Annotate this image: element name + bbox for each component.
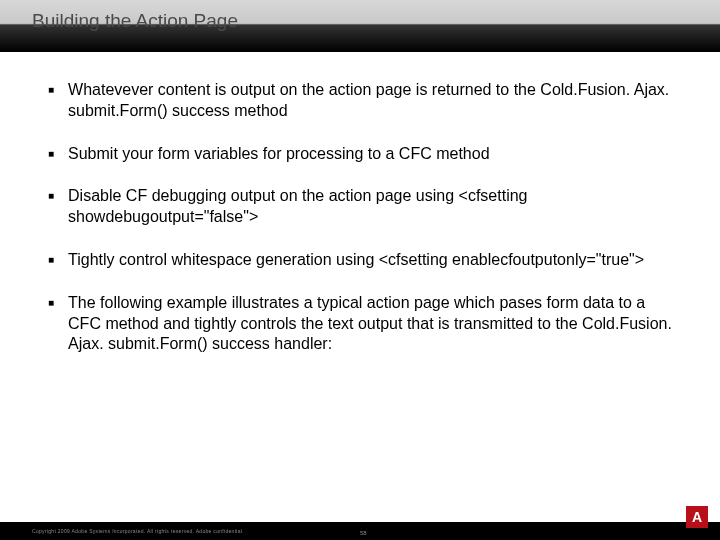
bullet-marker-icon: ■ <box>48 293 54 313</box>
bullet-text: Tightly control whitespace generation us… <box>68 250 644 271</box>
bullet-text: Whatevever content is output on the acti… <box>68 80 680 122</box>
bullet-marker-icon: ■ <box>48 144 54 164</box>
bullet-item: ■ Tightly control whitespace generation … <box>48 250 680 271</box>
bullet-text: Submit your form variables for processin… <box>68 144 490 165</box>
adobe-logo: A <box>686 506 708 528</box>
content-area: ■ Whatevever content is output on the ac… <box>0 52 720 355</box>
bullet-item: ■ Disable CF debugging output on the act… <box>48 186 680 228</box>
bullet-marker-icon: ■ <box>48 186 54 206</box>
bullet-marker-icon: ■ <box>48 80 54 100</box>
title-bar: Building the Action Page <box>0 0 720 52</box>
slide-number: 58 <box>360 530 367 536</box>
bullet-item: ■ Submit your form variables for process… <box>48 144 680 165</box>
bullet-text: The following example illustrates a typi… <box>68 293 680 355</box>
bullet-marker-icon: ■ <box>48 250 54 270</box>
footer-bar: Copyright 2009 Adobe Systems Incorporate… <box>0 522 720 540</box>
bullet-text: Disable CF debugging output on the actio… <box>68 186 680 228</box>
copyright-text: Copyright 2009 Adobe Systems Incorporate… <box>32 528 244 534</box>
bullet-item: ■ Whatevever content is output on the ac… <box>48 80 680 122</box>
slide-title: Building the Action Page <box>32 10 720 32</box>
bullet-item: ■ The following example illustrates a ty… <box>48 293 680 355</box>
adobe-logo-icon: A <box>692 509 702 525</box>
